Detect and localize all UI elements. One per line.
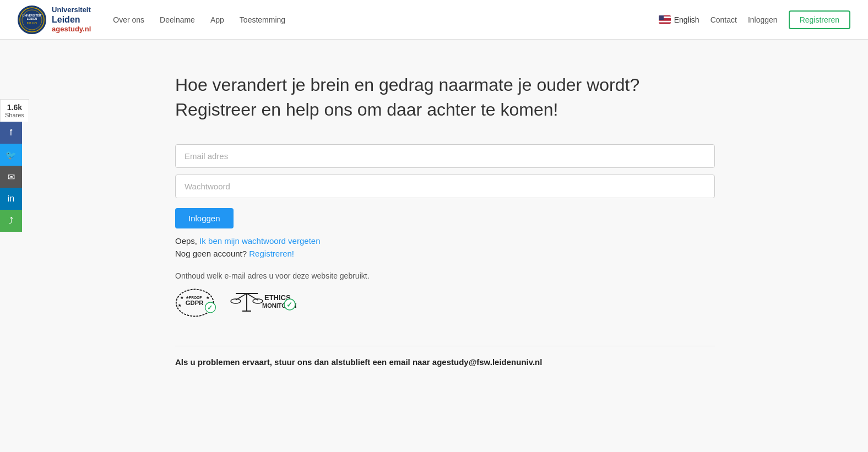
us-flag-icon: [659, 15, 671, 24]
twitter-share-button[interactable]: 🐦: [0, 144, 22, 166]
shares-count-label: 1.6k Shares: [0, 99, 29, 122]
email-share-button[interactable]: ✉: [0, 166, 22, 188]
email-icon: ✉: [8, 172, 15, 182]
email-input[interactable]: [175, 144, 715, 168]
nav-toestemming[interactable]: Toestemming: [240, 15, 285, 24]
svg-text:★: ★: [206, 296, 210, 300]
email-group: [175, 144, 715, 168]
heading-line2: Registreer en help ons om daar achter te…: [175, 100, 558, 119]
shares-label: Shares: [5, 112, 24, 118]
university-name-line1: Universiteit: [52, 6, 91, 14]
linkedin-share-button[interactable]: in: [0, 188, 22, 210]
language-label: English: [674, 15, 699, 24]
nav-links: Over ons Deelname App Toestemming: [113, 15, 658, 24]
svg-text:★PROOF: ★PROOF: [186, 296, 202, 300]
password-group: [175, 175, 715, 198]
forgot-password-line: Oeps, Ik ben mijn wachtwoord vergeten: [175, 236, 715, 246]
svg-text:★: ★: [180, 296, 184, 300]
generic-share-button[interactable]: ⤴: [0, 210, 22, 232]
login-button[interactable]: Inloggen: [175, 208, 234, 228]
remember-email-text: Onthoud welk e-mail adres u voor deze we…: [175, 271, 715, 280]
facebook-share-button[interactable]: f: [0, 122, 22, 144]
forgot-prefix: Oeps,: [175, 236, 197, 246]
page-heading: Hoe verandert je brein en gedrag naarmat…: [175, 73, 671, 122]
register-button[interactable]: Registreren: [789, 10, 850, 29]
logo-text: Universiteit Leiden agestudy.nl: [52, 6, 91, 33]
password-input[interactable]: [175, 175, 715, 198]
nav-app[interactable]: App: [210, 15, 224, 24]
footer-problem-text: Als u problemen ervaart, stuur ons dan a…: [175, 346, 715, 367]
svg-text:GDPR: GDPR: [186, 299, 204, 306]
navbar: UNIVERSITEIT LEIDEN EST. 1575 Universite…: [0, 0, 868, 40]
share-icon: ⤴: [9, 216, 13, 226]
site-logo[interactable]: UNIVERSITEIT LEIDEN EST. 1575 Universite…: [18, 6, 91, 34]
login-link[interactable]: Inloggen: [748, 15, 778, 24]
no-account-line: Nog geen account? Registreren!: [175, 249, 715, 258]
svg-text:✓: ✓: [207, 304, 213, 312]
language-selector[interactable]: English: [659, 15, 699, 24]
shares-count: 1.6k: [5, 103, 24, 112]
navbar-right: English Contact Inloggen Registreren: [659, 10, 850, 29]
heading-line1: Hoe verandert je brein en gedrag naarmat…: [175, 75, 639, 95]
site-subdomain: agestudy.nl: [52, 25, 91, 34]
svg-text:LEIDEN: LEIDEN: [27, 17, 37, 20]
ethics-badge: ETHICS MONITORED ✓: [230, 288, 296, 318]
forgot-password-link[interactable]: Ik ben mijn wachtwoord vergeten: [199, 236, 320, 246]
login-form: Inloggen Oeps, Ik ben mijn wachtwoord ve…: [175, 144, 715, 367]
university-name-line2: Leiden: [52, 14, 91, 25]
university-logo-icon: UNIVERSITEIT LEIDEN EST. 1575: [18, 6, 46, 34]
nav-deelname[interactable]: Deelname: [160, 15, 195, 24]
social-sidebar: 1.6k Shares f 🐦 ✉ in ⤴: [0, 99, 29, 232]
no-account-prefix: Nog geen account?: [175, 249, 247, 258]
svg-text:★: ★: [178, 303, 182, 307]
svg-text:✓: ✓: [286, 301, 292, 309]
gdpr-badge: ★ ★ ★ ★ GDPR ★PROOF ✓: [175, 288, 219, 318]
contact-link[interactable]: Contact: [710, 15, 737, 24]
nav-over-ons[interactable]: Over ons: [113, 15, 144, 24]
linkedin-icon: in: [8, 194, 14, 204]
facebook-icon: f: [10, 128, 12, 138]
trust-badges: ★ ★ ★ ★ GDPR ★PROOF ✓: [175, 288, 715, 318]
svg-text:EST. 1575: EST. 1575: [27, 21, 37, 24]
register-link[interactable]: Registreren!: [249, 249, 294, 258]
main-content: Hoe verandert je brein en gedrag naarmat…: [131, 40, 737, 389]
twitter-icon: 🐦: [6, 150, 17, 160]
